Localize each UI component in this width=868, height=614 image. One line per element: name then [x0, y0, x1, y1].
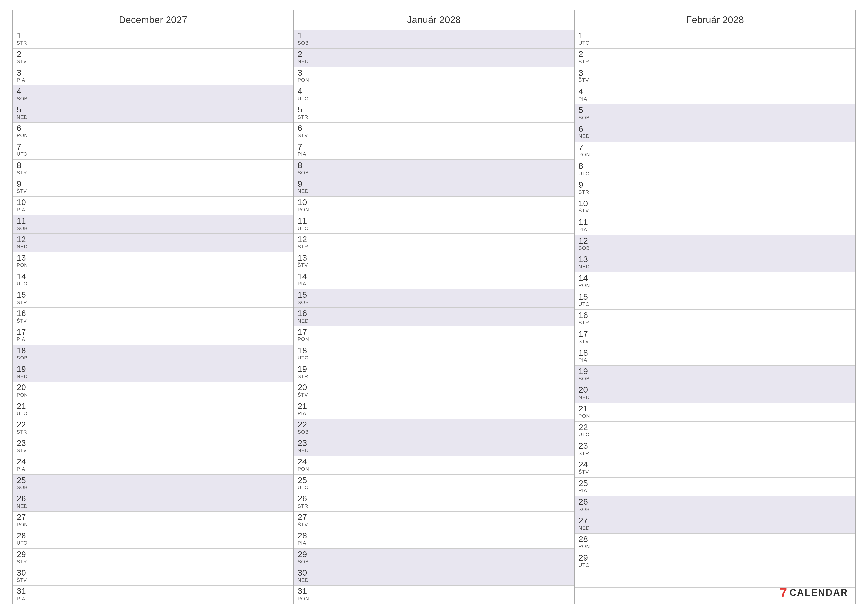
day-name: ŠTV — [298, 522, 570, 528]
day-num: 5 — [578, 106, 851, 115]
day-name: NED — [17, 244, 290, 250]
day-name: PON — [17, 392, 290, 398]
day-row: 13PON — [12, 252, 293, 271]
day-row: 19SOB — [575, 366, 856, 384]
day-row: 2NED — [294, 48, 575, 67]
day-row: 27NED — [575, 515, 856, 533]
day-row: 23STR — [575, 440, 856, 459]
day-row: 7UTO — [12, 141, 293, 160]
day-name: UTO — [298, 225, 570, 231]
day-num: 15 — [17, 290, 290, 299]
day-num: 13 — [17, 253, 290, 263]
day-num: 5 — [298, 105, 570, 114]
day-num: 11 — [17, 216, 290, 225]
day-num: 3 — [17, 68, 290, 77]
day-name: UTO — [17, 281, 290, 287]
day-row: 12STR — [294, 234, 575, 252]
month-header-2: Február 2028 — [575, 10, 856, 30]
day-name: SOB — [578, 507, 851, 512]
day-name: STR — [17, 40, 290, 46]
day-num: 2 — [298, 50, 570, 59]
day-row: 26STR — [294, 493, 575, 511]
day-row: 4UTO — [294, 85, 575, 104]
day-name: STR — [298, 244, 570, 250]
day-name: PON — [298, 336, 570, 342]
day-name: UTO — [298, 485, 570, 490]
day-name: SOB — [578, 115, 851, 121]
day-name: ŠTV — [298, 133, 570, 138]
day-row: 10ŠTV — [575, 198, 856, 216]
day-num: 2 — [578, 50, 851, 59]
day-name: SOB — [578, 376, 851, 381]
day-name: STR — [578, 451, 851, 456]
day-num: 10 — [17, 197, 290, 207]
day-row: 27ŠTV — [294, 511, 575, 530]
day-row: 20PON — [12, 382, 293, 400]
day-name: PON — [17, 133, 290, 138]
day-name: SOB — [298, 170, 570, 176]
day-name: ŠTV — [578, 208, 851, 214]
day-row: 8SOB — [294, 160, 575, 178]
day-name: PIA — [17, 466, 290, 472]
day-row: 15UTO — [575, 291, 856, 310]
day-name: PON — [578, 283, 851, 288]
month-header-1: Január 2028 — [294, 10, 575, 30]
day-num: 3 — [578, 68, 851, 78]
day-name: UTO — [578, 40, 851, 46]
day-num: 6 — [17, 124, 290, 133]
day-name: ŠTV — [298, 263, 570, 268]
day-row: 9STR — [575, 179, 856, 198]
day-num: 19 — [17, 364, 290, 374]
day-num: 29 — [17, 550, 290, 559]
day-name: PIA — [298, 411, 570, 417]
logo-text: CALENDAR — [790, 588, 848, 598]
day-name: SOB — [298, 429, 570, 435]
day-name: NED — [578, 264, 851, 270]
day-num: 21 — [578, 404, 851, 413]
day-name: ŠTV — [578, 339, 851, 344]
day-num: 22 — [17, 420, 290, 429]
day-num: 6 — [298, 124, 570, 133]
day-row: 12NED — [12, 234, 293, 252]
day-num: 24 — [17, 457, 290, 466]
day-row: 16ŠTV — [12, 308, 293, 326]
day-num: 12 — [17, 235, 290, 244]
day-name: PIA — [578, 357, 851, 363]
day-num: 15 — [578, 292, 851, 301]
day-name: NED — [298, 318, 570, 324]
day-num: 25 — [298, 476, 570, 485]
day-name: UTO — [17, 411, 290, 417]
day-num: 24 — [578, 460, 851, 469]
day-num: 19 — [298, 364, 570, 374]
day-row: 11PIA — [575, 216, 856, 235]
day-name: NED — [298, 188, 570, 194]
day-name: SOB — [578, 246, 851, 251]
day-num: 20 — [17, 383, 290, 392]
day-name: NED — [17, 374, 290, 379]
month-col-0: December 20271STR2ŠTV3PIA4SOB5NED6PON7UT… — [12, 10, 294, 604]
day-row: 3PIA — [12, 67, 293, 85]
day-num: 30 — [298, 568, 570, 577]
month-col-1: Január 20281SOB2NED3PON4UTO5STR6ŠTV7PIA8… — [294, 10, 575, 604]
day-row: 18UTO — [294, 345, 575, 364]
day-name: SOB — [298, 559, 570, 564]
day-row: 22SOB — [294, 419, 575, 437]
day-row: 15STR — [12, 289, 293, 308]
day-row: 29SOB — [294, 549, 575, 567]
logo-icon: 7 — [780, 586, 787, 599]
day-row: 17ŠTV — [575, 328, 856, 347]
day-num: 31 — [298, 586, 570, 596]
day-row: 14UTO — [12, 271, 293, 289]
day-name: ŠTV — [578, 469, 851, 475]
day-row: 31PIA — [12, 586, 293, 604]
day-num: 28 — [298, 531, 570, 540]
day-num: 16 — [298, 309, 570, 318]
day-num: 7 — [17, 142, 290, 151]
day-num: 27 — [298, 513, 570, 522]
day-name: STR — [578, 59, 851, 65]
day-name: PON — [578, 413, 851, 419]
day-num: 27 — [578, 516, 851, 525]
day-name: UTO — [17, 540, 290, 546]
day-row: 28PIA — [294, 530, 575, 549]
day-name: STR — [298, 503, 570, 509]
